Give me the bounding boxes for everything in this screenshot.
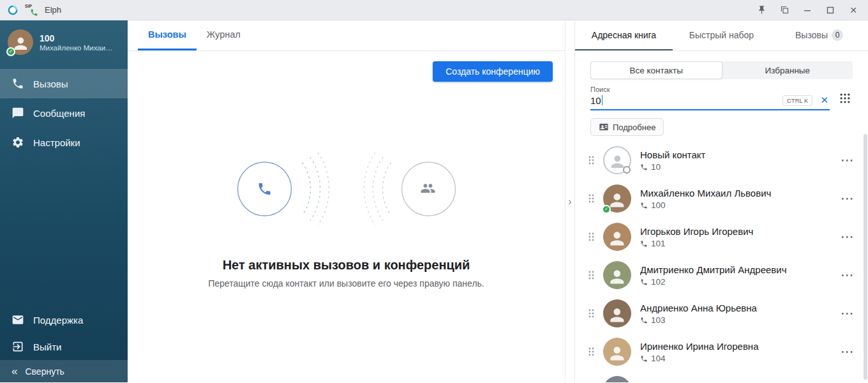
- contact-menu-icon[interactable]: ⋯: [838, 193, 857, 204]
- phone-icon: [640, 240, 648, 248]
- shortcut-hint: CTRL K: [782, 95, 812, 106]
- phone-icon: [640, 202, 648, 209]
- contact-number: 102: [651, 277, 666, 287]
- details-label: Подробнее: [613, 123, 655, 132]
- window-controls: ✕: [753, 3, 862, 17]
- titlebar: SIP Elph ✕: [0, 0, 868, 20]
- contact-number-row: 104: [640, 354, 759, 363]
- contact-row[interactable]: Ириненко Ирина Игоревна 104 ⋯: [575, 333, 868, 371]
- contact-number-row: 101: [640, 239, 753, 248]
- search-row: Поиск 10 CTRL K ✕: [590, 86, 853, 110]
- tab-label: Быстрый набор: [689, 30, 754, 40]
- tab-journal[interactable]: Журнал: [197, 20, 251, 50]
- phone-icon: [640, 317, 648, 324]
- phone-icon: [640, 163, 648, 171]
- sidebar: ✓ 100 Михайленко Михаи… Вызовы Сообщения…: [0, 20, 128, 382]
- contact-name: Андриенко Анна Юрьевна: [640, 302, 757, 315]
- sidebar-item-messages[interactable]: Сообщения: [0, 98, 128, 128]
- contact-row[interactable]: Новый контакт 10 ⋯: [575, 141, 868, 179]
- sidebar-item-logout[interactable]: Выйти: [0, 333, 128, 360]
- maximize-icon[interactable]: [822, 3, 839, 17]
- contact-row[interactable]: Игорьков Игорь Игоревич 101 ⋯: [575, 218, 868, 256]
- sidebar-item-label: Выйти: [33, 342, 61, 352]
- search-input[interactable]: Поиск 10 CTRL K ✕: [590, 86, 830, 110]
- phone-icon: [11, 77, 24, 90]
- drag-handle-icon[interactable]: [588, 155, 594, 165]
- contact-number: 100: [651, 200, 666, 210]
- contact-menu-icon[interactable]: ⋯: [838, 154, 857, 166]
- chat-icon: [11, 107, 24, 119]
- contact-number-row: 100: [640, 200, 771, 210]
- drag-handle-icon[interactable]: [588, 270, 594, 280]
- contact-menu-icon[interactable]: ⋯: [838, 269, 857, 281]
- tab-speed-dial[interactable]: Быстрый набор: [673, 20, 770, 50]
- minimize-icon[interactable]: [799, 3, 816, 17]
- contact-row[interactable]: ✓ Михайленко Михаил Львович 100 ⋯: [575, 179, 868, 218]
- tab-calls[interactable]: Вызовы: [138, 20, 197, 50]
- contact-row[interactable]: Андриенко Анна Юрьевна 103 ⋯: [575, 294, 868, 333]
- scrollbar[interactable]: [864, 134, 867, 380]
- drag-handle-icon[interactable]: [588, 193, 594, 204]
- drag-handle-icon[interactable]: [588, 308, 594, 319]
- contact-avatar: [603, 299, 631, 327]
- sidebar-item-label: Поддержка: [33, 315, 83, 326]
- tab-address-book[interactable]: Адресная книга: [575, 20, 673, 50]
- tab-calls-right[interactable]: Вызовы 0: [770, 20, 868, 50]
- sidebar-item-label: Настройки: [33, 137, 80, 148]
- empty-state-title: Нет активных вызовов и конференций: [128, 258, 565, 273]
- contact-avatar: [603, 223, 631, 251]
- status-badge: ✓: [602, 205, 611, 214]
- sidebar-item-settings[interactable]: Настройки: [0, 128, 128, 157]
- tab-label: Адресная книга: [592, 30, 656, 40]
- phone-icon: [640, 278, 648, 286]
- sidebar-item-support[interactable]: Поддержка: [0, 306, 128, 333]
- contact-card-icon: [599, 122, 609, 132]
- contact-name: Дмитриенко Дмитрий Андреевич: [640, 264, 787, 276]
- user-profile[interactable]: ✓ 100 Михайленко Михаи…: [0, 20, 128, 65]
- user-avatar: ✓: [8, 29, 33, 55]
- contact-avatar: [603, 146, 631, 174]
- close-icon[interactable]: ✕: [845, 3, 862, 17]
- details-button[interactable]: Подробнее: [590, 118, 664, 136]
- collapse-sidebar-button[interactable]: « Свернуть: [0, 360, 128, 382]
- segment-all-contacts[interactable]: Все контакты: [590, 61, 722, 79]
- mail-icon: [11, 313, 24, 326]
- clear-search-icon[interactable]: ✕: [819, 94, 830, 106]
- contact-menu-icon[interactable]: ⋯: [838, 231, 857, 243]
- phone-icon: [640, 355, 648, 363]
- contact-name: Ириненко Ирина Игоревна: [640, 340, 759, 353]
- search-value: 10: [590, 95, 601, 106]
- segment-favorites[interactable]: Избранные: [722, 61, 853, 79]
- always-on-top-icon[interactable]: [776, 3, 793, 17]
- create-conference-button[interactable]: Создать конференцию: [433, 61, 553, 82]
- contact-avatar: [603, 261, 631, 289]
- dialpad-icon[interactable]: [837, 91, 853, 108]
- contact-row[interactable]: Петренко Пётр Петрович ⋯: [575, 371, 868, 382]
- right-panel: Адресная книга Быстрый набор Вызовы 0 Вс…: [574, 20, 868, 382]
- status-badge: [623, 166, 631, 174]
- contact-number-row: 103: [640, 315, 757, 325]
- drag-handle-icon[interactable]: [588, 347, 594, 357]
- contact-avatar: [603, 376, 631, 382]
- user-name: Михайленко Михаи…: [40, 44, 113, 52]
- online-status-badge: ✓: [6, 47, 15, 56]
- chevron-right-icon[interactable]: ›: [568, 196, 571, 207]
- calls-count-badge: 0: [832, 29, 843, 41]
- drag-handle-icon[interactable]: [588, 232, 594, 242]
- sidebar-item-label: Вызовы: [33, 79, 68, 89]
- logout-icon: [11, 340, 24, 353]
- pin-icon[interactable]: [753, 3, 770, 17]
- sidebar-item-calls[interactable]: Вызовы: [0, 69, 128, 98]
- sip-phone-icon: SIP: [24, 4, 38, 17]
- sidebar-item-label: Сообщения: [33, 108, 85, 119]
- text-caret: [602, 95, 603, 105]
- panel-gutter: ›: [565, 20, 574, 382]
- contact-number-row: 102: [640, 277, 787, 287]
- contact-menu-icon[interactable]: ⋯: [838, 308, 857, 319]
- sip-label: SIP: [25, 4, 32, 8]
- contact-number: 101: [651, 239, 666, 248]
- contact-menu-icon[interactable]: ⋯: [838, 346, 857, 357]
- app-title: Elph: [45, 5, 61, 15]
- user-extension: 100: [40, 33, 113, 44]
- contact-row[interactable]: Дмитриенко Дмитрий Андреевич 102 ⋯: [575, 256, 868, 294]
